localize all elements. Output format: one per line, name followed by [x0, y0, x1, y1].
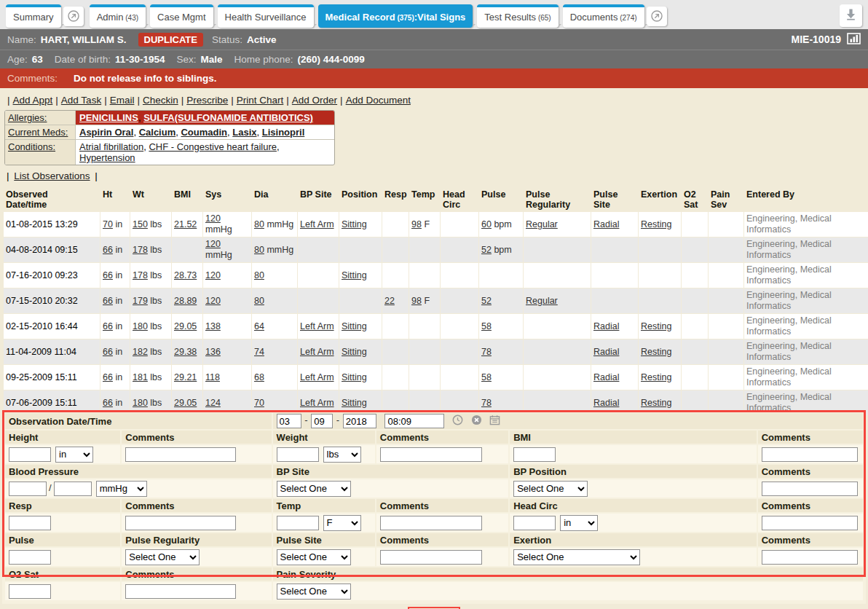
dia-value-link[interactable]: 80	[254, 245, 264, 255]
pulse-value-link[interactable]: 78	[481, 347, 492, 357]
med-link-lisinopril[interactable]: Lisinopril	[262, 127, 305, 138]
sys-value-link[interactable]: 138	[205, 321, 221, 331]
weight-unit-select[interactable]: lbs	[323, 447, 361, 463]
wt-value-link[interactable]: 180	[133, 398, 148, 408]
wt-value-link[interactable]: 180	[133, 321, 148, 331]
date-year-input[interactable]	[343, 414, 376, 428]
action-link-prescribe[interactable]: Prescribe	[186, 95, 228, 106]
pulse-site-select[interactable]: Select One	[277, 549, 351, 565]
position-value-link[interactable]: Sitting	[342, 372, 367, 382]
tab-test-results[interactable]: Test Results (65)	[477, 4, 558, 28]
comments-input[interactable]	[380, 550, 482, 565]
pulse-site-value-link[interactable]: Radial	[593, 219, 619, 229]
tab-documents[interactable]: Documents (274)	[563, 4, 644, 28]
bmi-value-link[interactable]: 28.89	[174, 296, 197, 306]
weight-input[interactable]	[277, 447, 319, 462]
wt-value-link[interactable]: 179	[133, 296, 148, 306]
comments-input[interactable]	[762, 447, 858, 462]
med-link-aspirin-oral[interactable]: Aspirin Oral	[79, 127, 133, 138]
bp-diastolic-input[interactable]	[54, 482, 92, 496]
exertion-value-link[interactable]: Resting	[641, 219, 671, 229]
date-month-input[interactable]	[277, 414, 301, 428]
condition-link-atrial-fibrillation[interactable]: Atrial fibrillation	[79, 141, 143, 152]
med-link-lasix[interactable]: Lasix	[232, 127, 256, 138]
comments-input[interactable]	[762, 482, 858, 496]
sys-value-link[interactable]: 120	[205, 270, 221, 280]
action-link-add-task[interactable]: Add Task	[61, 95, 101, 106]
pulse-value-link[interactable]: 52	[481, 296, 492, 306]
comments-input[interactable]	[762, 550, 858, 565]
ht-value-link[interactable]: 66	[103, 245, 113, 255]
bp-site-select[interactable]: Select One	[277, 481, 351, 497]
med-link-coumadin[interactable]: Coumadin	[181, 127, 227, 138]
comments-input[interactable]	[380, 447, 482, 462]
wt-value-link[interactable]: 181	[133, 372, 148, 382]
temp-value-link[interactable]: 98	[411, 219, 422, 229]
popout-button[interactable]	[647, 7, 667, 26]
pulse-regularity-value-link[interactable]: Regular	[526, 219, 558, 229]
bp-systolic-input[interactable]	[9, 482, 47, 496]
head-circ-input[interactable]	[513, 516, 556, 530]
ht-value-link[interactable]: 66	[103, 347, 113, 357]
temp-unit-select[interactable]: F	[323, 515, 361, 531]
dia-value-link[interactable]: 80	[254, 219, 264, 229]
pulse-regularity-select[interactable]: Select One	[125, 549, 200, 565]
pulse-value-link[interactable]: 60	[481, 219, 492, 229]
bp-unit-select[interactable]: mmHg	[96, 481, 147, 497]
pulse-site-value-link[interactable]: Radial	[593, 372, 619, 382]
bmi-value-link[interactable]: 29.05	[174, 398, 197, 408]
dia-value-link[interactable]: 70	[254, 398, 264, 408]
current-meds-label-link[interactable]: Current Meds:	[8, 127, 68, 138]
position-value-link[interactable]: Sitting	[342, 398, 367, 408]
bp-site-value-link[interactable]: Left Arm	[300, 372, 334, 382]
temp-value-link[interactable]: 98	[411, 296, 422, 306]
action-link-print-chart[interactable]: Print Chart	[237, 95, 284, 106]
ht-value-link[interactable]: 70	[103, 219, 113, 229]
bp-site-value-link[interactable]: Left Arm	[300, 347, 334, 357]
wt-value-link[interactable]: 182	[133, 347, 148, 357]
action-link-add-appt[interactable]: Add Appt	[13, 95, 53, 106]
sys-value-link[interactable]: 120	[205, 213, 221, 224]
action-link-checkin[interactable]: Checkin	[143, 95, 178, 106]
tab-medical-record-vital-signs[interactable]: Medical Record (375):Vital Signs	[318, 4, 473, 28]
med-link-calcium[interactable]: Calcium	[139, 127, 176, 138]
bp-site-value-link[interactable]: Left Arm	[300, 398, 334, 408]
sys-value-link[interactable]: 120	[205, 239, 221, 249]
pulse-site-value-link[interactable]: Radial	[593, 321, 619, 331]
date-day-input[interactable]	[311, 414, 333, 428]
position-value-link[interactable]: Sitting	[342, 347, 367, 357]
height-input[interactable]	[9, 447, 51, 462]
bmi-value-link[interactable]: 29.21	[174, 372, 197, 382]
bmi-value-link[interactable]: 21.52	[174, 219, 197, 229]
condition-link-chf-congestive-heart-failure[interactable]: CHF - Congestive heart failure	[149, 141, 277, 152]
sys-value-link[interactable]: 124	[205, 398, 221, 408]
head-circ-unit-select[interactable]: in	[560, 515, 598, 531]
height-unit-select[interactable]: in	[55, 447, 93, 463]
ht-value-link[interactable]: 66	[103, 270, 113, 280]
download-button[interactable]	[840, 4, 862, 27]
action-link-add-document[interactable]: Add Document	[346, 95, 411, 106]
exertion-value-link[interactable]: Resting	[641, 372, 671, 382]
exertion-value-link[interactable]: Resting	[641, 398, 671, 408]
condition-link-hypertension[interactable]: Hypertension	[79, 152, 135, 163]
pain-severity-select[interactable]: Select One	[277, 584, 351, 600]
comments-input[interactable]	[125, 516, 236, 530]
bmi-value-link[interactable]: 28.73	[174, 270, 197, 280]
pulse-value-link[interactable]: 78	[481, 398, 492, 408]
sys-value-link[interactable]: 120	[205, 296, 221, 306]
pulse-input[interactable]	[9, 550, 51, 565]
tab-admin[interactable]: Admin (43)	[90, 4, 146, 28]
action-link-add-order[interactable]: Add Order	[292, 95, 337, 106]
ht-value-link[interactable]: 66	[103, 398, 113, 408]
bmi-input[interactable]	[513, 447, 556, 462]
list-observations-link[interactable]: List Observations	[14, 170, 90, 181]
pulse-regularity-value-link[interactable]: Regular	[526, 296, 558, 306]
clear-icon[interactable]	[471, 414, 482, 428]
pulse-site-value-link[interactable]: Radial	[593, 347, 619, 357]
popout-button[interactable]	[63, 7, 84, 26]
ht-value-link[interactable]: 66	[103, 372, 113, 382]
growth-chart-icon[interactable]	[847, 33, 861, 47]
bmi-value-link[interactable]: 29.05	[174, 321, 197, 331]
comments-input[interactable]	[762, 516, 858, 530]
sys-value-link[interactable]: 118	[205, 372, 220, 382]
